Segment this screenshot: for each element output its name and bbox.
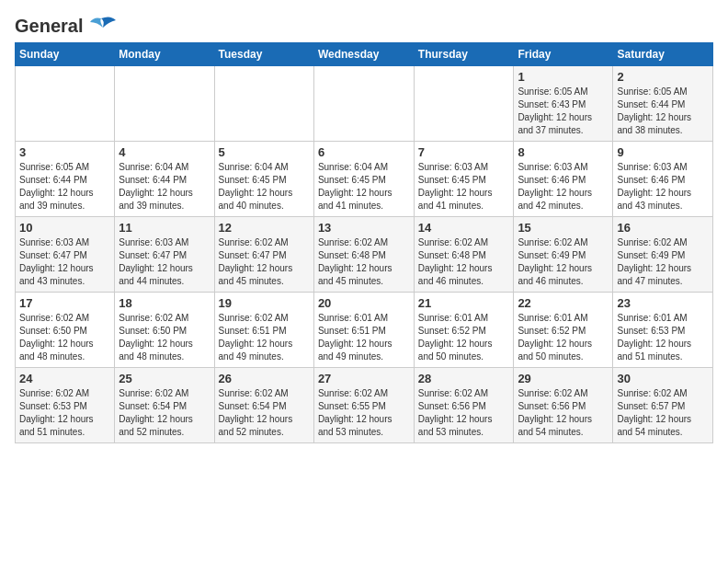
- day-number: 16: [617, 221, 709, 235]
- calendar-day-cell: 2Sunrise: 6:05 AMSunset: 6:44 PMDaylight…: [613, 66, 713, 142]
- empty-cell: [313, 66, 414, 142]
- empty-cell: [16, 66, 115, 142]
- day-number: 10: [19, 221, 110, 235]
- day-info: Sunrise: 6:03 AMSunset: 6:46 PMDaylight:…: [518, 161, 609, 213]
- column-header-thursday: Thursday: [414, 43, 514, 66]
- day-info: Sunrise: 6:02 AMSunset: 6:56 PMDaylight:…: [418, 387, 510, 439]
- calendar-day-cell: 25Sunrise: 6:02 AMSunset: 6:54 PMDayligh…: [115, 368, 214, 443]
- day-number: 6: [318, 145, 410, 159]
- calendar-day-cell: 12Sunrise: 6:02 AMSunset: 6:47 PMDayligh…: [214, 217, 313, 293]
- day-number: 7: [418, 145, 510, 159]
- empty-cell: [214, 66, 313, 142]
- calendar-day-cell: 22Sunrise: 6:01 AMSunset: 6:52 PMDayligh…: [514, 293, 613, 368]
- calendar-day-cell: 17Sunrise: 6:02 AMSunset: 6:50 PMDayligh…: [16, 293, 115, 368]
- calendar-day-cell: 4Sunrise: 6:04 AMSunset: 6:44 PMDaylight…: [115, 142, 214, 217]
- day-info: Sunrise: 6:03 AMSunset: 6:47 PMDaylight:…: [119, 236, 210, 288]
- calendar-header-row: SundayMondayTuesdayWednesdayThursdayFrid…: [16, 43, 713, 66]
- calendar-day-cell: 26Sunrise: 6:02 AMSunset: 6:54 PMDayligh…: [214, 368, 313, 443]
- calendar-day-cell: 19Sunrise: 6:02 AMSunset: 6:51 PMDayligh…: [214, 293, 313, 368]
- day-info: Sunrise: 6:04 AMSunset: 6:44 PMDaylight:…: [119, 161, 210, 213]
- day-info: Sunrise: 6:01 AMSunset: 6:52 PMDaylight:…: [518, 312, 609, 363]
- column-header-friday: Friday: [514, 43, 613, 66]
- calendar-week-row: 10Sunrise: 6:03 AMSunset: 6:47 PMDayligh…: [16, 217, 713, 293]
- day-number: 19: [219, 296, 310, 310]
- calendar-week-row: 17Sunrise: 6:02 AMSunset: 6:50 PMDayligh…: [16, 293, 713, 368]
- day-number: 21: [418, 296, 510, 310]
- logo: General: [15, 15, 118, 35]
- day-info: Sunrise: 6:01 AMSunset: 6:51 PMDaylight:…: [318, 312, 410, 363]
- calendar-table: SundayMondayTuesdayWednesdayThursdayFrid…: [15, 42, 713, 443]
- calendar-day-cell: 20Sunrise: 6:01 AMSunset: 6:51 PMDayligh…: [313, 293, 414, 368]
- day-number: 9: [617, 145, 709, 159]
- day-info: Sunrise: 6:02 AMSunset: 6:48 PMDaylight:…: [318, 236, 410, 288]
- day-number: 12: [219, 221, 310, 235]
- day-info: Sunrise: 6:02 AMSunset: 6:56 PMDaylight:…: [518, 387, 609, 439]
- day-info: Sunrise: 6:05 AMSunset: 6:43 PMDaylight:…: [518, 86, 609, 137]
- column-header-tuesday: Tuesday: [214, 43, 313, 66]
- day-info: Sunrise: 6:02 AMSunset: 6:54 PMDaylight:…: [119, 387, 210, 439]
- empty-cell: [414, 66, 514, 142]
- logo-bird-icon: [85, 15, 118, 37]
- day-number: 30: [617, 372, 709, 385]
- day-number: 18: [119, 296, 210, 310]
- day-info: Sunrise: 6:02 AMSunset: 6:49 PMDaylight:…: [518, 236, 609, 288]
- day-number: 25: [119, 372, 210, 385]
- calendar-day-cell: 28Sunrise: 6:02 AMSunset: 6:56 PMDayligh…: [414, 368, 514, 443]
- calendar-day-cell: 9Sunrise: 6:03 AMSunset: 6:46 PMDaylight…: [613, 142, 713, 217]
- day-number: 3: [19, 145, 110, 159]
- calendar-day-cell: 13Sunrise: 6:02 AMSunset: 6:48 PMDayligh…: [313, 217, 414, 293]
- column-header-wednesday: Wednesday: [313, 43, 414, 66]
- calendar-day-cell: 23Sunrise: 6:01 AMSunset: 6:53 PMDayligh…: [613, 293, 713, 368]
- day-info: Sunrise: 6:04 AMSunset: 6:45 PMDaylight:…: [318, 161, 410, 213]
- day-info: Sunrise: 6:05 AMSunset: 6:44 PMDaylight:…: [19, 161, 110, 213]
- day-info: Sunrise: 6:02 AMSunset: 6:50 PMDaylight:…: [19, 312, 110, 363]
- calendar-day-cell: 1Sunrise: 6:05 AMSunset: 6:43 PMDaylight…: [514, 66, 613, 142]
- day-number: 8: [518, 145, 609, 159]
- calendar-day-cell: 3Sunrise: 6:05 AMSunset: 6:44 PMDaylight…: [16, 142, 115, 217]
- calendar-day-cell: 7Sunrise: 6:03 AMSunset: 6:45 PMDaylight…: [414, 142, 514, 217]
- calendar-day-cell: 5Sunrise: 6:04 AMSunset: 6:45 PMDaylight…: [214, 142, 313, 217]
- calendar-day-cell: 18Sunrise: 6:02 AMSunset: 6:50 PMDayligh…: [115, 293, 214, 368]
- calendar-day-cell: 10Sunrise: 6:03 AMSunset: 6:47 PMDayligh…: [16, 217, 115, 293]
- calendar-day-cell: 29Sunrise: 6:02 AMSunset: 6:56 PMDayligh…: [514, 368, 613, 443]
- empty-cell: [115, 66, 214, 142]
- calendar-day-cell: 30Sunrise: 6:02 AMSunset: 6:57 PMDayligh…: [613, 368, 713, 443]
- day-info: Sunrise: 6:02 AMSunset: 6:54 PMDaylight:…: [219, 387, 310, 439]
- column-header-saturday: Saturday: [613, 43, 713, 66]
- column-header-monday: Monday: [115, 43, 214, 66]
- day-info: Sunrise: 6:02 AMSunset: 6:47 PMDaylight:…: [219, 236, 310, 288]
- day-info: Sunrise: 6:02 AMSunset: 6:48 PMDaylight:…: [418, 236, 510, 288]
- day-info: Sunrise: 6:01 AMSunset: 6:53 PMDaylight:…: [617, 312, 709, 363]
- day-number: 26: [219, 372, 310, 385]
- page-header: General: [15, 15, 713, 35]
- day-info: Sunrise: 6:03 AMSunset: 6:46 PMDaylight:…: [617, 161, 709, 213]
- day-number: 28: [418, 372, 510, 385]
- day-number: 22: [518, 296, 609, 310]
- day-info: Sunrise: 6:02 AMSunset: 6:53 PMDaylight:…: [19, 387, 110, 439]
- day-number: 14: [418, 221, 510, 235]
- day-info: Sunrise: 6:03 AMSunset: 6:47 PMDaylight:…: [19, 236, 110, 288]
- day-number: 27: [318, 372, 410, 385]
- calendar-day-cell: 16Sunrise: 6:02 AMSunset: 6:49 PMDayligh…: [613, 217, 713, 293]
- calendar-week-row: 24Sunrise: 6:02 AMSunset: 6:53 PMDayligh…: [16, 368, 713, 443]
- day-number: 11: [119, 221, 210, 235]
- day-info: Sunrise: 6:02 AMSunset: 6:49 PMDaylight:…: [617, 236, 709, 288]
- calendar-week-row: 1Sunrise: 6:05 AMSunset: 6:43 PMDaylight…: [16, 66, 713, 142]
- calendar-day-cell: 21Sunrise: 6:01 AMSunset: 6:52 PMDayligh…: [414, 293, 514, 368]
- day-number: 29: [518, 372, 609, 385]
- column-header-sunday: Sunday: [16, 43, 115, 66]
- day-number: 15: [518, 221, 609, 235]
- day-info: Sunrise: 6:02 AMSunset: 6:51 PMDaylight:…: [219, 312, 310, 363]
- day-info: Sunrise: 6:03 AMSunset: 6:45 PMDaylight:…: [418, 161, 510, 213]
- day-info: Sunrise: 6:02 AMSunset: 6:50 PMDaylight:…: [119, 312, 210, 363]
- calendar-day-cell: 11Sunrise: 6:03 AMSunset: 6:47 PMDayligh…: [115, 217, 214, 293]
- day-number: 2: [617, 70, 709, 84]
- calendar-day-cell: 27Sunrise: 6:02 AMSunset: 6:55 PMDayligh…: [313, 368, 414, 443]
- day-number: 1: [518, 70, 609, 84]
- calendar-day-cell: 8Sunrise: 6:03 AMSunset: 6:46 PMDaylight…: [514, 142, 613, 217]
- calendar-day-cell: 6Sunrise: 6:04 AMSunset: 6:45 PMDaylight…: [313, 142, 414, 217]
- day-info: Sunrise: 6:02 AMSunset: 6:57 PMDaylight:…: [617, 387, 709, 439]
- day-info: Sunrise: 6:02 AMSunset: 6:55 PMDaylight:…: [318, 387, 410, 439]
- day-info: Sunrise: 6:04 AMSunset: 6:45 PMDaylight:…: [219, 161, 310, 213]
- calendar-day-cell: 15Sunrise: 6:02 AMSunset: 6:49 PMDayligh…: [514, 217, 613, 293]
